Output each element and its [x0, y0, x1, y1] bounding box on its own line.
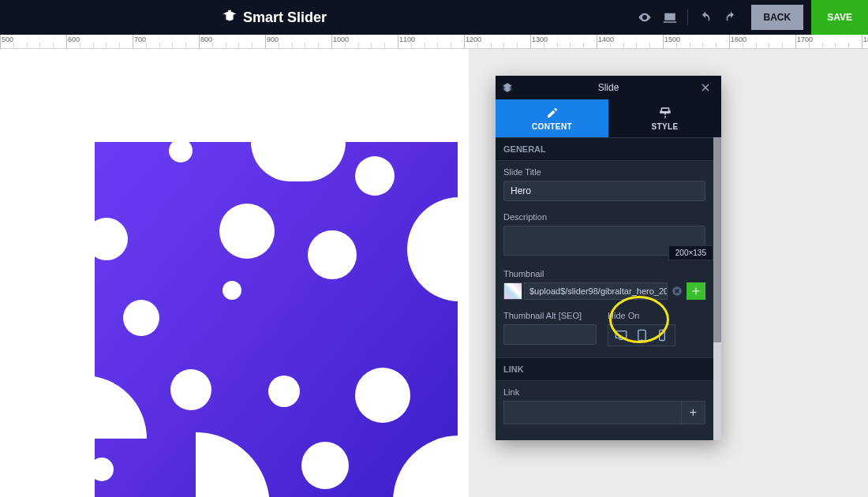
- paint-roller-icon: [659, 106, 672, 119]
- panel-scrollbar[interactable]: [713, 137, 721, 440]
- field-alt-and-hide: Thumbnail Alt [SEO] Hide On: [496, 305, 713, 351]
- label-hide-on: Hide On: [608, 311, 675, 320]
- ruler: 5006007008009001000110012001300140015001…: [0, 35, 868, 49]
- hide-on-tablet-icon[interactable]: [634, 328, 649, 342]
- pencil-icon: [546, 106, 559, 119]
- label-thumbnail: Thumbnail: [503, 269, 705, 278]
- thumbnail-path[interactable]: $upload$/slider98/gibraltar_hero_200.: [524, 282, 668, 300]
- panel-title: Slide: [496, 82, 721, 93]
- preview-icon[interactable]: [632, 0, 657, 35]
- svg-rect-5: [638, 330, 645, 340]
- hide-on-toggles: [608, 324, 675, 346]
- back-button[interactable]: BACK: [751, 5, 804, 30]
- canvas-left: e e y and: [0, 49, 469, 497]
- panel-scroll-thumb[interactable]: [713, 137, 721, 342]
- tab-style-label: STYLE: [651, 122, 678, 131]
- slide-panel: Slide CONTENT STYLE GENERAL Slide Title …: [496, 76, 721, 440]
- svg-point-8: [661, 339, 662, 340]
- input-thumbnail-alt[interactable]: [503, 324, 597, 345]
- undo-icon[interactable]: [693, 0, 718, 35]
- input-link[interactable]: [503, 401, 682, 424]
- redo-icon[interactable]: [718, 0, 743, 35]
- close-icon[interactable]: [694, 76, 716, 99]
- label-link: Link: [503, 387, 705, 397]
- link-add-button[interactable]: +: [682, 401, 705, 424]
- section-link: LINK: [496, 357, 713, 381]
- svg-rect-7: [660, 330, 665, 340]
- svg-rect-3: [615, 331, 626, 338]
- input-slide-title[interactable]: [503, 181, 705, 201]
- panel-body: GENERAL Slide Title Description Thumbnai…: [496, 137, 721, 440]
- device-icon[interactable]: [657, 0, 683, 35]
- panel-scrollarea: GENERAL Slide Title Description Thumbnai…: [496, 137, 713, 440]
- tab-content[interactable]: CONTENT: [496, 99, 608, 137]
- hide-on-mobile-icon[interactable]: [654, 328, 670, 342]
- logo-icon: [221, 9, 238, 26]
- panel-header: Slide: [496, 76, 721, 99]
- thumbnail-preview[interactable]: [503, 282, 522, 300]
- hero-art: [95, 142, 458, 497]
- section-general: GENERAL: [496, 137, 713, 161]
- thumbnail-add-button[interactable]: [687, 282, 705, 300]
- toolbar-separator: [687, 9, 688, 25]
- thumbnail-size: 200×135: [668, 245, 713, 260]
- label-thumbnail-alt: Thumbnail Alt [SEO]: [503, 311, 597, 320]
- svg-rect-1: [228, 10, 231, 11]
- field-link: Link +: [496, 381, 713, 429]
- hide-on-desktop-icon[interactable]: [613, 328, 629, 342]
- panel-tabs: CONTENT STYLE: [496, 99, 721, 137]
- label-slide-title: Slide Title: [503, 167, 705, 177]
- topbar: Smart Slider BACK SAVE: [0, 0, 868, 35]
- brand-logo: Smart Slider: [221, 9, 327, 26]
- tab-content-label: CONTENT: [532, 122, 572, 131]
- save-button[interactable]: SAVE: [811, 0, 868, 35]
- label-description: Description: [503, 212, 705, 222]
- field-thumbnail: Thumbnail 200×135 $upload$/slider98/gibr…: [496, 263, 713, 305]
- thumbnail-clear-icon[interactable]: [669, 282, 685, 300]
- toolbar-actions: BACK SAVE: [632, 0, 868, 35]
- brand-text: Smart Slider: [243, 9, 327, 26]
- tab-style[interactable]: STYLE: [608, 99, 721, 137]
- svg-rect-4: [619, 339, 623, 340]
- svg-point-6: [641, 339, 642, 340]
- field-slide-title: Slide Title: [496, 161, 713, 206]
